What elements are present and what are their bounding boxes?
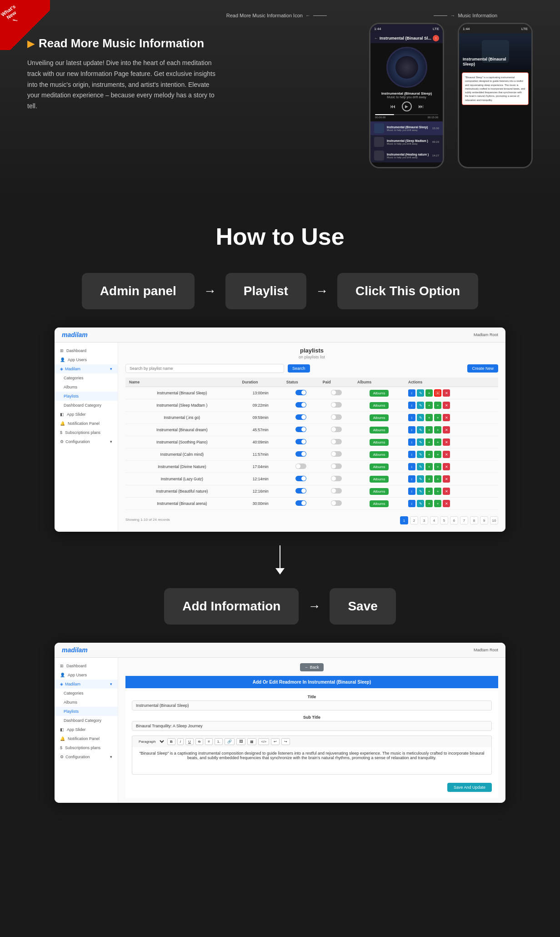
- delete-button[interactable]: ✕: [443, 475, 450, 483]
- edit-button[interactable]: ✎: [417, 451, 424, 458]
- add-button[interactable]: +: [425, 426, 433, 433]
- save-and-update-button[interactable]: Save And Update: [447, 783, 492, 792]
- image-button[interactable]: 🖼: [236, 738, 245, 745]
- sidebar-subscriptions[interactable]: $ Subscriptions plans: [55, 428, 118, 437]
- add-button[interactable]: +: [425, 463, 433, 470]
- sidebar2-configuration[interactable]: ⚙ Configuration ▾: [55, 752, 118, 761]
- add-button[interactable]: +: [425, 475, 433, 483]
- table-button[interactable]: ▦: [247, 738, 256, 745]
- info-button[interactable]: i: [408, 389, 415, 397]
- add-button[interactable]: +: [425, 500, 433, 507]
- admin-create-new-button[interactable]: Create New: [467, 364, 498, 373]
- delete-button[interactable]: ✕: [443, 426, 450, 433]
- page-6[interactable]: 6: [450, 516, 458, 524]
- sidebar2-app-users[interactable]: 👤 App Users: [55, 670, 118, 680]
- playlist-item-3[interactable]: Instrumental (Healing nature ) Music to …: [370, 149, 443, 162]
- sidebar-notification-panel[interactable]: 🔔 Notification Panel: [55, 419, 118, 428]
- bold-button[interactable]: B: [167, 738, 175, 745]
- link-button[interactable]: 🔗: [225, 738, 235, 745]
- highlighted-add-button[interactable]: +: [434, 389, 441, 397]
- page-2[interactable]: 2: [410, 516, 418, 524]
- info-button[interactable]: i: [408, 451, 415, 458]
- sidebar2-categories[interactable]: Categories: [55, 689, 118, 698]
- info-button[interactable]: i: [408, 438, 415, 446]
- sidebar-madilam[interactable]: ◈ Madilam ▾: [55, 364, 118, 373]
- add-button-2[interactable]: +: [434, 488, 441, 495]
- sidebar2-dashboard[interactable]: ⊞ Dashboard: [55, 661, 118, 670]
- delete-button[interactable]: ✕: [443, 402, 450, 409]
- back-button[interactable]: ← Back: [300, 663, 324, 671]
- sidebar2-subscriptions[interactable]: $ Subscriptions plans: [55, 743, 118, 752]
- title-input[interactable]: [132, 700, 492, 710]
- code-button[interactable]: </>: [258, 738, 269, 745]
- albums-btn[interactable]: Albums: [370, 488, 389, 495]
- info-button[interactable]: i: [408, 426, 415, 433]
- play-button[interactable]: ▶: [402, 101, 412, 111]
- subtitle-input[interactable]: [132, 721, 492, 731]
- page-10[interactable]: 10: [490, 516, 498, 524]
- albums-btn[interactable]: Albums: [370, 476, 389, 483]
- edit-button[interactable]: ✎: [417, 402, 424, 409]
- italic-button[interactable]: I: [177, 738, 184, 745]
- list-ul-button[interactable]: ≡: [205, 738, 213, 745]
- add-button-2[interactable]: +: [434, 402, 441, 409]
- content-textarea[interactable]: "Binaural Sleep" is a captivating instru…: [132, 747, 492, 775]
- albums-btn[interactable]: Albums: [370, 439, 389, 446]
- sidebar-albums[interactable]: Albums: [55, 383, 118, 392]
- edit-button[interactable]: ✎: [417, 488, 424, 495]
- add-button-2[interactable]: +: [434, 414, 441, 421]
- page-4[interactable]: 4: [430, 516, 438, 524]
- admin-search-input[interactable]: [125, 364, 284, 373]
- sidebar-playlists[interactable]: Playlists: [55, 392, 118, 401]
- add-button[interactable]: +: [425, 438, 433, 446]
- sidebar-dashboard[interactable]: ⊞ Dashboard: [55, 346, 118, 355]
- redo-button[interactable]: ↪: [281, 738, 290, 745]
- info-button[interactable]: i: [408, 414, 415, 421]
- info-button[interactable]: i: [408, 500, 415, 507]
- add-button[interactable]: +: [425, 389, 433, 397]
- sidebar-configuration[interactable]: ⚙ Configuration ▾: [55, 437, 118, 446]
- sidebar2-albums[interactable]: Albums: [55, 698, 118, 707]
- add-button[interactable]: +: [425, 414, 433, 421]
- edit-button[interactable]: ✎: [417, 438, 424, 446]
- list-ol-button[interactable]: 1.: [215, 738, 223, 745]
- edit-button[interactable]: ✎: [417, 463, 424, 470]
- paragraph-select[interactable]: Paragraph: [135, 738, 165, 745]
- edit-button[interactable]: ✎: [417, 426, 424, 433]
- page-5[interactable]: 5: [440, 516, 448, 524]
- info-button[interactable]: i: [408, 488, 415, 495]
- delete-button[interactable]: ✕: [443, 463, 450, 470]
- delete-button[interactable]: ✕: [443, 438, 450, 446]
- sidebar-app-users[interactable]: 👤 App Users: [55, 355, 118, 364]
- albums-btn[interactable]: Albums: [370, 463, 389, 470]
- sidebar-app-slider[interactable]: ◧ App Slider: [55, 410, 118, 419]
- page-7[interactable]: 7: [460, 516, 468, 524]
- add-button-2[interactable]: +: [434, 438, 441, 446]
- next-icon[interactable]: ⏭: [418, 103, 424, 110]
- edit-button[interactable]: ✎: [417, 389, 424, 397]
- sidebar2-app-slider[interactable]: ◧ App Slider: [55, 725, 118, 734]
- playlist-item-2[interactable]: Instrumental (Sleep Madtam ) Music to he…: [370, 135, 443, 149]
- add-button-2[interactable]: +: [434, 451, 441, 458]
- playlist-item-1[interactable]: Instrumental (Binaural Sleep) Music to h…: [370, 121, 443, 135]
- delete-button[interactable]: ✕: [443, 389, 450, 397]
- sidebar-dashboard-category[interactable]: Dashboard Category: [55, 401, 118, 410]
- info-button[interactable]: i: [408, 402, 415, 409]
- albums-btn[interactable]: Albums: [370, 427, 389, 433]
- add-button-2[interactable]: +: [434, 500, 441, 507]
- add-button[interactable]: +: [425, 451, 433, 458]
- add-button-2[interactable]: +: [434, 426, 441, 433]
- edit-button[interactable]: ✎: [417, 500, 424, 507]
- add-button-2[interactable]: +: [434, 475, 441, 483]
- page-9[interactable]: 9: [480, 516, 488, 524]
- albums-btn[interactable]: Albums: [370, 390, 389, 397]
- page-8[interactable]: 8: [470, 516, 478, 524]
- sidebar2-madilam[interactable]: ◈ Madilam ▾: [55, 680, 118, 689]
- info-button[interactable]: i: [408, 463, 415, 470]
- albums-btn[interactable]: Albums: [370, 402, 389, 409]
- add-button-2[interactable]: +: [434, 463, 441, 470]
- delete-button[interactable]: ✕: [443, 414, 450, 421]
- sidebar2-dashboard-category[interactable]: Dashboard Category: [55, 716, 118, 725]
- delete-button[interactable]: ✕: [443, 488, 450, 495]
- info-button[interactable]: i: [408, 475, 415, 483]
